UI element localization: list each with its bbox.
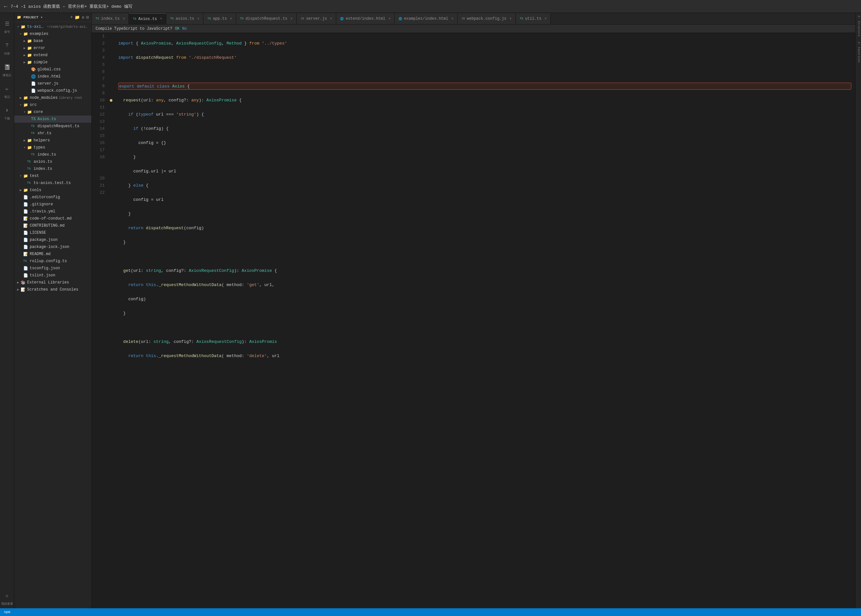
folder-name: helpers <box>34 138 50 143</box>
tab-util-ts[interactable]: TS util.ts × <box>516 13 551 24</box>
sidebar-item-base[interactable]: ▶ 📁 base <box>14 38 91 44</box>
file-name: axios.ts <box>34 159 52 164</box>
sidebar-item-test[interactable]: ▾ 📁 test <box>14 173 91 179</box>
tab-axios-ts[interactable]: TS Axios.ts × <box>129 13 166 24</box>
file-icon: 📄 <box>23 231 28 235</box>
sidebar-item-external-libraries[interactable]: ▶ 📚 External Libraries <box>14 279 91 286</box>
favorites-label[interactable]: 2: Favorites <box>856 39 861 65</box>
sidebar-item-axios-ts-src[interactable]: TS axios.ts <box>14 158 91 165</box>
gutter-line-3 <box>108 47 114 54</box>
sidebar-item-scratches[interactable]: ▶ 📝 Scratches and Consoles <box>14 286 91 293</box>
sidebar-item-webpack-config[interactable]: 📄 webpack.config.js <box>14 87 91 94</box>
sidebar-item-axios-ts[interactable]: TS Axios.ts <box>14 116 91 123</box>
panel-header: 📁 Project ▾ + 📁 ⚙ ⊟ <box>14 13 91 22</box>
sidebar-item-tsconfig[interactable]: 📄 tsconfig.json <box>14 265 91 272</box>
sidebar-item-dispatch-request[interactable]: TS dispatchRequest.ts <box>14 123 91 130</box>
menu-icon[interactable]: ☰ <box>1 18 13 30</box>
tab-dispatch-request-ts[interactable]: TS dispatchRequest.ts × <box>236 13 296 24</box>
file-name: LICENSE <box>30 231 46 235</box>
tab-server-js[interactable]: JS server.js × <box>297 13 337 24</box>
sidebar-item-travis[interactable]: 📄 .travis.yml <box>14 208 91 215</box>
tab-close-icon[interactable]: × <box>510 17 512 20</box>
sidebar-item-package-json[interactable]: 📄 package.json <box>14 236 91 244</box>
sidebar-item-code-of-conduct[interactable]: 📝 code-of-conduct.md <box>14 215 91 222</box>
sidebar-item-types-index[interactable]: TS index.ts <box>14 151 91 158</box>
folder-icon: 📁 <box>27 138 32 143</box>
tab-close-icon[interactable]: × <box>123 17 125 20</box>
tab-extend-index-html[interactable]: 🌐 extend/index.html × <box>336 13 394 24</box>
sidebar-item-server-js[interactable]: 📄 server.js <box>14 80 91 87</box>
sidebar-item-error[interactable]: ▶ 📁 error <box>14 44 91 52</box>
folder-icon: 📁 <box>27 39 32 44</box>
tab-app-ts[interactable]: TS app.ts × <box>203 13 236 24</box>
code-line-15: } <box>118 239 851 246</box>
tab-close-icon[interactable]: × <box>389 17 390 20</box>
sidebar-item-node-modules[interactable]: ▶ 📁 node_modules library root <box>14 94 91 101</box>
sidebar-item-editorconfig[interactable]: 📄 .editorconfig <box>14 194 91 201</box>
sidebar-item-ts-axios[interactable]: ▾ 📁 ts-axios ~/code/github/ts-axios <box>14 23 91 30</box>
sidebar-item-package-lock[interactable]: 📄 package-lock.json <box>14 244 91 250</box>
html-file-icon: 🌐 <box>31 74 36 79</box>
back-button[interactable]: ← <box>4 3 8 10</box>
sidebar-item-simple[interactable]: ▶ 📁 simple <box>14 59 91 66</box>
structure-label[interactable]: Z: Structure <box>856 13 861 39</box>
sidebar-item-contributing[interactable]: 📝 CONTRIBUTING.md <box>14 222 91 229</box>
sidebar-item-xhr-ts[interactable]: TS xhr.ts <box>14 130 91 137</box>
tab-webpack-config[interactable]: JS webpack.config.js × <box>458 13 516 24</box>
question-icon[interactable]: ? <box>1 40 13 51</box>
sidebar-item-examples[interactable]: ▾ 📁 examples <box>14 30 91 38</box>
compile-no-button[interactable]: No <box>182 27 187 31</box>
file-tree-content: ▾ 📁 ts-axios ~/code/github/ts-axios ▾ 📁 … <box>14 22 91 608</box>
tab-close-icon[interactable]: × <box>291 17 293 20</box>
sidebar-item-src[interactable]: ▾ 📁 src <box>14 101 91 108</box>
star-icon[interactable]: ☆ <box>1 590 13 602</box>
tab-close-icon[interactable]: × <box>230 17 232 20</box>
add-icon[interactable]: + <box>71 15 73 20</box>
add-folder-icon[interactable]: 📁 <box>75 15 80 20</box>
json-file-icon: 📄 <box>23 245 28 250</box>
arrow-icon: ▶ <box>22 39 27 43</box>
sidebar-item-rollup[interactable]: TS rollup.config.ts <box>14 258 91 265</box>
sidebar-item-core[interactable]: ▾ 📁 core <box>14 108 91 116</box>
sidebar-item-helpers[interactable]: ▶ 📁 helpers <box>14 137 91 144</box>
sidebar-item-index-ts-src[interactable]: TS index.ts <box>14 165 91 173</box>
sidebar-item-readme[interactable]: 📝 README.md <box>14 250 91 258</box>
sidebar-item-license[interactable]: 📄 LICENSE <box>14 229 91 236</box>
code-editor[interactable]: 1 2 3 4 5 6 7 8 9 10 11 12 13 14 15 16 1… <box>92 33 855 608</box>
sidebar-item-test-file[interactable]: TS ts-axios.test.ts <box>14 179 91 187</box>
folder-icon: 📁 <box>27 53 32 58</box>
sidebar-item-extend[interactable]: ▶ 📁 extend <box>14 52 91 59</box>
folder-name: core <box>34 110 43 114</box>
tab-axios-ts-2[interactable]: TS axios.ts × <box>166 13 203 24</box>
code-line-17: get(url: string, config?: AxiosRequestCo… <box>118 267 851 274</box>
sidebar-item-tools[interactable]: ▶ 📁 tools <box>14 187 91 194</box>
tab-index-ts[interactable]: TS index.ts × <box>92 13 129 24</box>
tab-examples-index-html[interactable]: 🌐 examples/index.html × <box>395 13 458 24</box>
arrow-icon: ▶ <box>22 60 27 64</box>
tab-icon: 🌐 <box>340 17 344 20</box>
tab-close-icon[interactable]: × <box>452 17 453 20</box>
download-icon[interactable]: ⬇ <box>1 105 13 116</box>
settings-icon[interactable]: ⚙ <box>82 15 84 20</box>
ts-file-icon: TS <box>27 160 32 163</box>
notes-icon[interactable]: 📓 <box>1 61 13 73</box>
sidebar-item-types[interactable]: ▾ 📁 types <box>14 144 91 151</box>
code-line-6: if (typeof url === 'string') { <box>118 111 851 118</box>
code-line-20 <box>118 324 851 331</box>
collapse-icon[interactable]: ⊟ <box>86 15 89 20</box>
tab-icon: TS <box>133 17 136 20</box>
compile-ok-button[interactable]: OK <box>175 27 179 31</box>
code-line-13: } <box>118 211 851 218</box>
edit-icon[interactable]: ✏ <box>1 83 13 94</box>
tab-close-icon[interactable]: × <box>160 17 162 20</box>
tab-close-icon[interactable]: × <box>330 17 332 20</box>
code-content[interactable]: import { AxiosPromise, AxiosRequestConfi… <box>114 33 855 608</box>
tab-close-icon[interactable]: × <box>197 17 199 20</box>
folder-icon: 📁 <box>23 188 28 193</box>
sidebar-item-gitignore[interactable]: 📄 .gitignore <box>14 201 91 208</box>
sidebar-item-global-css[interactable]: 🎨 global.css <box>14 66 91 73</box>
sidebar-item-index-html[interactable]: 🌐 index.html <box>14 73 91 80</box>
file-name: code-of-conduct.md <box>30 216 72 221</box>
tab-close-icon[interactable]: × <box>545 17 546 20</box>
sidebar-item-tslint[interactable]: 📄 tslint.json <box>14 272 91 279</box>
